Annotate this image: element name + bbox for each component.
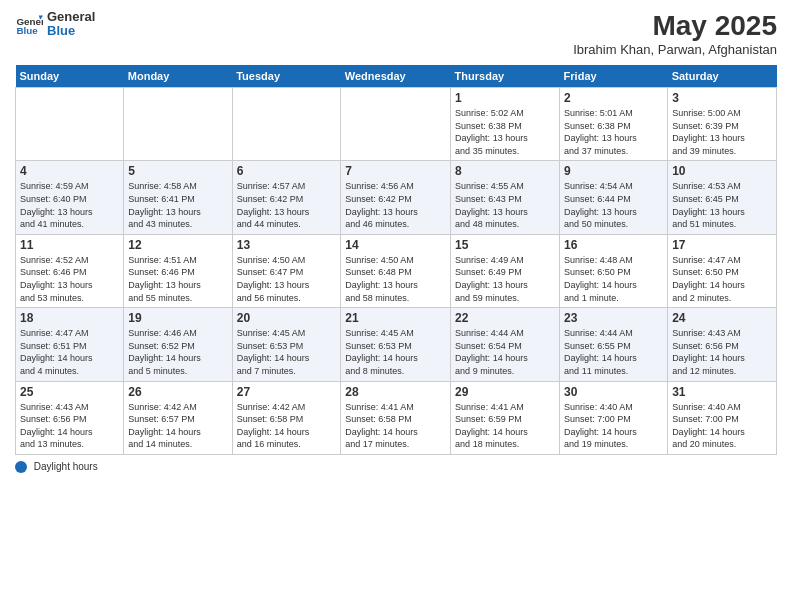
day-info: Sunrise: 4:46 AM Sunset: 6:52 PM Dayligh… (128, 327, 227, 377)
day-number: 24 (672, 311, 772, 325)
day-number: 26 (128, 385, 227, 399)
calendar-cell: 7Sunrise: 4:56 AM Sunset: 6:42 PM Daylig… (341, 161, 451, 234)
calendar-cell: 22Sunrise: 4:44 AM Sunset: 6:54 PM Dayli… (451, 308, 560, 381)
day-number: 29 (455, 385, 555, 399)
day-number: 28 (345, 385, 446, 399)
day-info: Sunrise: 4:52 AM Sunset: 6:46 PM Dayligh… (20, 254, 119, 304)
day-info: Sunrise: 4:40 AM Sunset: 7:00 PM Dayligh… (672, 401, 772, 451)
week-row-4: 18Sunrise: 4:47 AM Sunset: 6:51 PM Dayli… (16, 308, 777, 381)
day-number: 30 (564, 385, 663, 399)
subtitle: Ibrahim Khan, Parwan, Afghanistan (573, 42, 777, 57)
day-number: 13 (237, 238, 337, 252)
day-info: Sunrise: 4:42 AM Sunset: 6:58 PM Dayligh… (237, 401, 337, 451)
day-number: 12 (128, 238, 227, 252)
day-number: 10 (672, 164, 772, 178)
calendar-cell: 31Sunrise: 4:40 AM Sunset: 7:00 PM Dayli… (668, 381, 777, 454)
calendar-cell: 3Sunrise: 5:00 AM Sunset: 6:39 PM Daylig… (668, 88, 777, 161)
calendar-cell: 30Sunrise: 4:40 AM Sunset: 7:00 PM Dayli… (560, 381, 668, 454)
day-info: Sunrise: 4:43 AM Sunset: 6:56 PM Dayligh… (20, 401, 119, 451)
day-info: Sunrise: 4:41 AM Sunset: 6:59 PM Dayligh… (455, 401, 555, 451)
week-row-1: 1Sunrise: 5:02 AM Sunset: 6:38 PM Daylig… (16, 88, 777, 161)
day-info: Sunrise: 4:40 AM Sunset: 7:00 PM Dayligh… (564, 401, 663, 451)
day-number: 21 (345, 311, 446, 325)
calendar-cell: 20Sunrise: 4:45 AM Sunset: 6:53 PM Dayli… (232, 308, 341, 381)
day-number: 14 (345, 238, 446, 252)
calendar-cell: 19Sunrise: 4:46 AM Sunset: 6:52 PM Dayli… (124, 308, 232, 381)
calendar-cell: 26Sunrise: 4:42 AM Sunset: 6:57 PM Dayli… (124, 381, 232, 454)
calendar-cell: 12Sunrise: 4:51 AM Sunset: 6:46 PM Dayli… (124, 234, 232, 307)
day-number: 4 (20, 164, 119, 178)
day-info: Sunrise: 5:00 AM Sunset: 6:39 PM Dayligh… (672, 107, 772, 157)
calendar-cell: 1Sunrise: 5:02 AM Sunset: 6:38 PM Daylig… (451, 88, 560, 161)
calendar-cell: 17Sunrise: 4:47 AM Sunset: 6:50 PM Dayli… (668, 234, 777, 307)
day-number: 1 (455, 91, 555, 105)
calendar-cell (341, 88, 451, 161)
day-info: Sunrise: 4:55 AM Sunset: 6:43 PM Dayligh… (455, 180, 555, 230)
calendar-cell: 15Sunrise: 4:49 AM Sunset: 6:49 PM Dayli… (451, 234, 560, 307)
day-number: 3 (672, 91, 772, 105)
footer: Daylight hours (15, 461, 777, 473)
day-number: 11 (20, 238, 119, 252)
day-number: 19 (128, 311, 227, 325)
calendar-cell: 28Sunrise: 4:41 AM Sunset: 6:58 PM Dayli… (341, 381, 451, 454)
calendar-cell: 6Sunrise: 4:57 AM Sunset: 6:42 PM Daylig… (232, 161, 341, 234)
day-number: 2 (564, 91, 663, 105)
header-monday: Monday (124, 65, 232, 88)
calendar-cell: 29Sunrise: 4:41 AM Sunset: 6:59 PM Dayli… (451, 381, 560, 454)
day-info: Sunrise: 4:50 AM Sunset: 6:48 PM Dayligh… (345, 254, 446, 304)
day-info: Sunrise: 4:45 AM Sunset: 6:53 PM Dayligh… (345, 327, 446, 377)
calendar-cell (16, 88, 124, 161)
header-saturday: Saturday (668, 65, 777, 88)
day-number: 8 (455, 164, 555, 178)
calendar-cell: 27Sunrise: 4:42 AM Sunset: 6:58 PM Dayli… (232, 381, 341, 454)
day-info: Sunrise: 5:02 AM Sunset: 6:38 PM Dayligh… (455, 107, 555, 157)
calendar-cell: 24Sunrise: 4:43 AM Sunset: 6:56 PM Dayli… (668, 308, 777, 381)
calendar-cell: 16Sunrise: 4:48 AM Sunset: 6:50 PM Dayli… (560, 234, 668, 307)
day-info: Sunrise: 4:48 AM Sunset: 6:50 PM Dayligh… (564, 254, 663, 304)
day-info: Sunrise: 4:43 AM Sunset: 6:56 PM Dayligh… (672, 327, 772, 377)
calendar-cell: 13Sunrise: 4:50 AM Sunset: 6:47 PM Dayli… (232, 234, 341, 307)
calendar-cell: 23Sunrise: 4:44 AM Sunset: 6:55 PM Dayli… (560, 308, 668, 381)
week-row-5: 25Sunrise: 4:43 AM Sunset: 6:56 PM Dayli… (16, 381, 777, 454)
day-info: Sunrise: 4:45 AM Sunset: 6:53 PM Dayligh… (237, 327, 337, 377)
day-info: Sunrise: 4:51 AM Sunset: 6:46 PM Dayligh… (128, 254, 227, 304)
calendar-cell: 5Sunrise: 4:58 AM Sunset: 6:41 PM Daylig… (124, 161, 232, 234)
main-title: May 2025 (573, 10, 777, 42)
day-number: 25 (20, 385, 119, 399)
calendar-table: SundayMondayTuesdayWednesdayThursdayFrid… (15, 65, 777, 455)
day-number: 6 (237, 164, 337, 178)
day-number: 27 (237, 385, 337, 399)
week-row-2: 4Sunrise: 4:59 AM Sunset: 6:40 PM Daylig… (16, 161, 777, 234)
calendar-cell: 14Sunrise: 4:50 AM Sunset: 6:48 PM Dayli… (341, 234, 451, 307)
day-info: Sunrise: 4:59 AM Sunset: 6:40 PM Dayligh… (20, 180, 119, 230)
day-info: Sunrise: 4:57 AM Sunset: 6:42 PM Dayligh… (237, 180, 337, 230)
calendar-cell: 2Sunrise: 5:01 AM Sunset: 6:38 PM Daylig… (560, 88, 668, 161)
header-wednesday: Wednesday (341, 65, 451, 88)
page-header: General Blue General Blue May 2025 Ibrah… (15, 10, 777, 57)
calendar-cell: 18Sunrise: 4:47 AM Sunset: 6:51 PM Dayli… (16, 308, 124, 381)
calendar-cell: 8Sunrise: 4:55 AM Sunset: 6:43 PM Daylig… (451, 161, 560, 234)
day-number: 16 (564, 238, 663, 252)
calendar-cell: 21Sunrise: 4:45 AM Sunset: 6:53 PM Dayli… (341, 308, 451, 381)
day-info: Sunrise: 4:56 AM Sunset: 6:42 PM Dayligh… (345, 180, 446, 230)
day-info: Sunrise: 4:49 AM Sunset: 6:49 PM Dayligh… (455, 254, 555, 304)
day-number: 17 (672, 238, 772, 252)
calendar-cell (124, 88, 232, 161)
calendar-cell: 4Sunrise: 4:59 AM Sunset: 6:40 PM Daylig… (16, 161, 124, 234)
footer-label: Daylight hours (34, 461, 98, 472)
day-number: 23 (564, 311, 663, 325)
day-info: Sunrise: 4:50 AM Sunset: 6:47 PM Dayligh… (237, 254, 337, 304)
logo-text: General Blue (47, 10, 95, 39)
logo: General Blue General Blue (15, 10, 95, 39)
day-info: Sunrise: 4:54 AM Sunset: 6:44 PM Dayligh… (564, 180, 663, 230)
day-number: 15 (455, 238, 555, 252)
day-number: 31 (672, 385, 772, 399)
header-sunday: Sunday (16, 65, 124, 88)
day-number: 20 (237, 311, 337, 325)
calendar-cell: 9Sunrise: 4:54 AM Sunset: 6:44 PM Daylig… (560, 161, 668, 234)
day-info: Sunrise: 4:42 AM Sunset: 6:57 PM Dayligh… (128, 401, 227, 451)
day-info: Sunrise: 4:44 AM Sunset: 6:55 PM Dayligh… (564, 327, 663, 377)
logo-general: General (47, 10, 95, 24)
header-tuesday: Tuesday (232, 65, 341, 88)
day-info: Sunrise: 4:44 AM Sunset: 6:54 PM Dayligh… (455, 327, 555, 377)
